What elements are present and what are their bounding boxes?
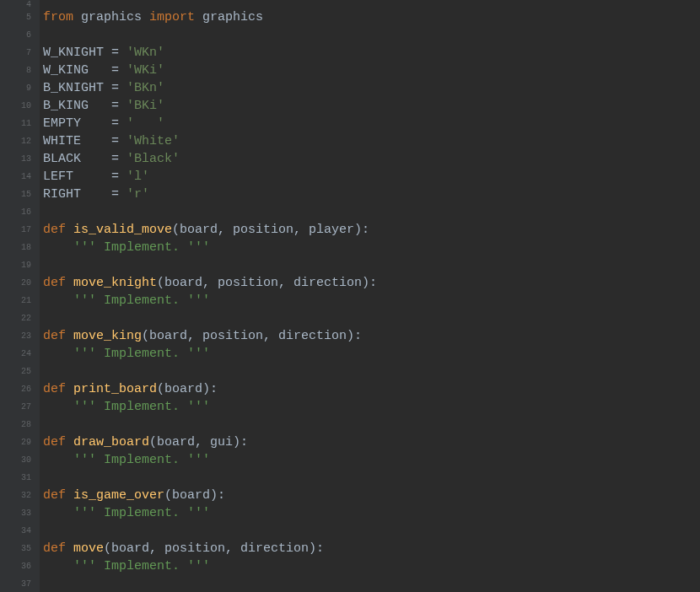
code-line xyxy=(43,416,700,433)
code-line: EMPTY = ' ' xyxy=(43,115,700,132)
const-name: B_KING xyxy=(43,99,111,113)
line-number: 14 xyxy=(0,168,31,186)
code-line: ''' Implement. ''' xyxy=(43,239,700,256)
params: board xyxy=(164,382,202,396)
const-name: W_KING xyxy=(43,63,111,78)
code-line: B_KING = 'BKi' xyxy=(43,97,700,115)
keyword-def: def xyxy=(43,435,66,449)
function-name: move xyxy=(66,541,104,556)
code-line: def print_board(board): xyxy=(43,380,700,398)
code-line: def is_valid_move(board, position, playe… xyxy=(43,221,700,239)
string-literal: 'WKn' xyxy=(119,46,164,60)
equals: = xyxy=(111,46,119,60)
equals: = xyxy=(111,99,119,113)
paren-close-colon: ): xyxy=(354,223,369,237)
line-number: 26 xyxy=(0,380,31,398)
code-line: def move_knight(board, position, directi… xyxy=(43,274,700,292)
line-number: 31 xyxy=(0,469,31,487)
code-line xyxy=(43,0,700,8)
line-number: 10 xyxy=(0,97,31,115)
code-line: ''' Implement. ''' xyxy=(43,557,700,575)
paren-close-colon: ): xyxy=(347,329,362,343)
code-line: from graphics import graphics xyxy=(43,8,700,26)
line-number: 16 xyxy=(0,203,31,221)
equals: = xyxy=(111,134,119,148)
code-line xyxy=(43,203,700,221)
string-literal: 'l' xyxy=(119,170,149,184)
keyword-def: def xyxy=(43,276,66,290)
code-line xyxy=(43,256,700,274)
code-area[interactable]: from graphics import graphics W_KNIGHT =… xyxy=(40,0,700,592)
code-line xyxy=(43,26,700,44)
line-number: 11 xyxy=(0,115,31,132)
paren-open: ( xyxy=(142,329,149,343)
keyword-def: def xyxy=(43,541,66,556)
docstring: ''' Implement. ''' xyxy=(43,559,210,573)
params: board, position, player xyxy=(180,223,354,237)
line-number: 19 xyxy=(0,256,31,274)
paren-close-colon: ): xyxy=(210,488,225,503)
paren-close-colon: ): xyxy=(362,276,377,290)
docstring: ''' Implement. ''' xyxy=(43,400,210,414)
const-name: W_KNIGHT xyxy=(43,46,111,60)
const-name: LEFT xyxy=(43,170,111,184)
const-name: BLACK xyxy=(43,152,111,166)
paren-close-colon: ): xyxy=(202,382,218,396)
paren-open: ( xyxy=(104,541,111,556)
line-number: 4 xyxy=(0,0,31,8)
line-number: 20 xyxy=(0,274,31,292)
const-name: B_KNIGHT xyxy=(43,81,111,95)
docstring: ''' Implement. ''' xyxy=(43,347,210,361)
line-number: 8 xyxy=(0,62,31,79)
module-name: graphics xyxy=(195,10,263,24)
code-line: RIGHT = 'r' xyxy=(43,186,700,203)
code-line: def draw_board(board, gui): xyxy=(43,433,700,451)
line-number: 36 xyxy=(0,557,31,575)
line-number: 25 xyxy=(0,363,31,380)
code-line: ''' Implement. ''' xyxy=(43,345,700,363)
equals: = xyxy=(111,170,119,184)
string-literal: 'r' xyxy=(119,187,149,202)
params: board, position, direction xyxy=(164,276,362,290)
equals: = xyxy=(111,152,119,166)
function-name: print_board xyxy=(66,382,157,396)
line-number: 24 xyxy=(0,345,31,363)
paren-open: ( xyxy=(157,382,164,396)
code-line: B_KNIGHT = 'BKn' xyxy=(43,79,700,97)
function-name: draw_board xyxy=(66,435,149,449)
const-name: WHITE xyxy=(43,134,111,148)
string-literal: ' ' xyxy=(119,116,164,131)
code-line: W_KING = 'WKi' xyxy=(43,62,700,79)
line-number: 13 xyxy=(0,150,31,168)
line-number: 15 xyxy=(0,186,31,203)
code-line xyxy=(43,309,700,327)
code-line: def is_game_over(board): xyxy=(43,487,700,504)
line-number: 18 xyxy=(0,239,31,256)
code-line: ''' Implement. ''' xyxy=(43,504,700,522)
code-line: def move(board, position, direction): xyxy=(43,540,700,557)
paren-close-colon: ): xyxy=(233,435,248,449)
code-editor[interactable]: 4567891011121314151617181920212223242526… xyxy=(0,0,700,592)
equals: = xyxy=(111,187,119,202)
line-number: 5 xyxy=(0,8,31,26)
equals: = xyxy=(111,81,119,95)
code-line: ''' Implement. ''' xyxy=(43,292,700,309)
line-number: 12 xyxy=(0,132,31,150)
paren-open: ( xyxy=(172,223,180,237)
keyword-import: import xyxy=(149,10,195,24)
code-line: LEFT = 'l' xyxy=(43,168,700,186)
code-line: def move_king(board, position, direction… xyxy=(43,327,700,345)
line-number: 7 xyxy=(0,44,31,62)
keyword-def: def xyxy=(43,488,66,503)
paren-open: ( xyxy=(149,435,157,449)
line-number: 27 xyxy=(0,398,31,416)
line-number: 17 xyxy=(0,221,31,239)
code-line: ''' Implement. ''' xyxy=(43,398,700,416)
string-literal: 'Black' xyxy=(119,152,180,166)
line-number: 9 xyxy=(0,79,31,97)
docstring: ''' Implement. ''' xyxy=(43,293,210,308)
paren-close-colon: ): xyxy=(309,541,324,556)
code-line: WHITE = 'White' xyxy=(43,132,700,150)
function-name: is_valid_move xyxy=(66,223,172,237)
equals: = xyxy=(111,116,119,131)
